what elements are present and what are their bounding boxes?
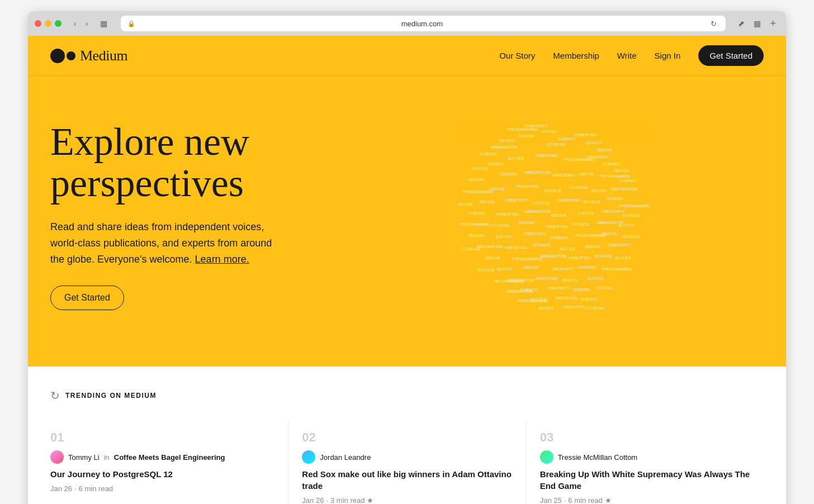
svg-text:SCIENCE: SCIENCE: [580, 297, 598, 301]
forward-button[interactable]: ›: [82, 17, 92, 30]
share-button[interactable]: ⬈: [735, 16, 748, 32]
nav-sign-in[interactable]: Sign In: [655, 51, 681, 60]
maximize-button[interactable]: [55, 20, 61, 27]
website-content: Medium Our Story Membership Write Sign I…: [28, 36, 786, 504]
nav-write[interactable]: Write: [617, 51, 637, 60]
svg-text:PARENTING: PARENTING: [552, 173, 575, 177]
trending-item: 03 Tressie McMillan Cottom Breaking Up W…: [526, 420, 764, 504]
svg-text:DESIGN: DESIGN: [485, 256, 500, 260]
trending-meta: Jan 26 · 6 min read: [50, 484, 275, 493]
svg-text:SCIENCE: SCIENCE: [533, 243, 550, 247]
tabs-button[interactable]: ▦: [750, 16, 764, 32]
back-button[interactable]: ‹: [70, 17, 80, 30]
svg-text:SCIENCE: SCIENCE: [480, 152, 497, 156]
trending-read-time: 6 min read: [568, 496, 602, 504]
svg-text:DESIGN: DESIGN: [562, 278, 578, 282]
svg-text:PARENTING: PARENTING: [575, 133, 597, 137]
trending-author: Jordan Leandre: [302, 450, 512, 464]
svg-text:PROGRAMMING: PROGRAMMING: [463, 190, 493, 194]
svg-text:JUSTICE: JUSTICE: [559, 247, 576, 251]
svg-text:SCIENCE: SCIENCE: [572, 222, 589, 226]
svg-text:COOKING: COOKING: [578, 265, 596, 269]
svg-text:CREATIVITY: CREATIVITY: [547, 286, 570, 290]
author-name: Tressie McMillan Cottom: [558, 453, 638, 462]
svg-text:QUALITY: QUALITY: [586, 141, 603, 145]
trending-meta: Jan 25 · 6 min read ★: [540, 496, 750, 504]
svg-text:PROGRAMMING: PROGRAMMING: [600, 174, 630, 178]
trending-title[interactable]: Our Journey to PostgreSQL 12: [50, 468, 275, 480]
svg-text:COOKING: COOKING: [569, 186, 588, 189]
refresh-button[interactable]: ↻: [708, 18, 719, 29]
browser-actions: ⬈ ▦ +: [735, 16, 779, 32]
trending-date: Jan 26: [302, 496, 324, 504]
svg-text:DESIGN: DESIGN: [519, 134, 534, 138]
trending-item: 01 Tommy Li in Coffee Meets Bagel Engine…: [50, 420, 288, 504]
svg-text:JUSTICE: JUSTICE: [615, 256, 632, 260]
svg-text:PROGRAMMING: PROGRAMMING: [508, 127, 538, 131]
svg-text:PROGRAMMING: PROGRAMMING: [602, 267, 632, 271]
minimize-button[interactable]: [45, 20, 51, 27]
svg-text:JUSTICE: JUSTICE: [471, 167, 488, 170]
trending-number: 01: [50, 431, 275, 444]
svg-text:COOKING: COOKING: [491, 224, 509, 227]
svg-text:PROGRAMMING: PROGRAMMING: [512, 257, 542, 261]
svg-text:SCIENCE: SCIENCE: [544, 189, 561, 193]
svg-text:COOKING: COOKING: [586, 306, 604, 310]
url-text: medium.com: [139, 20, 705, 28]
svg-text:DESIGN: DESIGN: [591, 189, 607, 193]
author-name: Tommy Li: [68, 453, 100, 462]
navigation-buttons: ‹ ›: [70, 17, 91, 30]
svg-text:SCIENCE: SCIENCE: [558, 137, 575, 141]
nav-membership[interactable]: Membership: [553, 51, 599, 60]
svg-text:IMMIGRATION: IMMIGRATION: [491, 145, 517, 149]
svg-text:SCIENCE: SCIENCE: [603, 162, 620, 166]
browser-window: ‹ › ▩ 🔒 medium.com ↻ ⬈ ▦ + Medium: [28, 11, 786, 504]
trending-meta: Jan 26 · 3 min read ★: [302, 496, 512, 504]
trending-title[interactable]: Red Sox make out like big winners in Ada…: [302, 468, 512, 492]
nav-links: Our Story Membership Write Sign In Get S…: [499, 45, 764, 66]
svg-text:PROGRAMMING: PROGRAMMING: [619, 204, 650, 208]
trending-read-time: 3 min read: [330, 496, 365, 504]
word-cloud-svg: DESIGN JUSTICE PROGRAMMING SCIENCE DESIG…: [285, 110, 764, 322]
close-button[interactable]: [35, 20, 41, 27]
svg-text:DESIGN: DESIGN: [519, 221, 534, 225]
svg-text:PARENTING: PARENTING: [568, 256, 590, 260]
svg-text:PARENTING: PARENTING: [558, 198, 580, 202]
svg-text:DESIGN: DESIGN: [551, 213, 566, 217]
hero-subtitle: Read and share ideas from independent vo…: [50, 219, 285, 267]
svg-text:PARENTING: PARENTING: [536, 154, 558, 158]
logo[interactable]: Medium: [50, 47, 127, 64]
trending-header: ↻ TRENDING ON MEDIUM: [50, 389, 764, 402]
svg-text:DESIGN: DESIGN: [585, 245, 600, 249]
svg-text:DESIGN: DESIGN: [468, 178, 484, 182]
hero-section: Explore new perspectives Read and share …: [28, 76, 786, 367]
svg-text:IMMIGRATION: IMMIGRATION: [524, 210, 551, 213]
nav-our-story[interactable]: Our Story: [499, 51, 535, 60]
svg-text:CREATIVITY: CREATIVITY: [586, 155, 609, 159]
svg-text:IMMIGRATION: IMMIGRATION: [524, 170, 551, 174]
svg-text:PARENTING: PARENTING: [516, 184, 538, 188]
svg-text:DESIGN: DESIGN: [488, 162, 503, 166]
svg-text:JUSTICE: JUSTICE: [578, 211, 594, 215]
svg-text:CREATIVITY: CREATIVITY: [608, 243, 631, 247]
svg-text:IMMIGRATION: IMMIGRATION: [611, 187, 637, 191]
trending-label: TRENDING ON MEDIUM: [65, 392, 157, 400]
address-bar[interactable]: 🔒 medium.com ↻: [121, 16, 726, 31]
svg-text:DESIGN: DESIGN: [468, 234, 484, 237]
svg-text:CREATIVITY: CREATIVITY: [562, 305, 585, 309]
svg-text:SCIENCE: SCIENCE: [583, 200, 600, 204]
svg-text:SCIENCE: SCIENCE: [622, 213, 640, 217]
trending-number: 03: [540, 431, 750, 444]
hero-get-started-button[interactable]: Get Started: [50, 286, 124, 310]
add-tab-button[interactable]: +: [766, 16, 779, 32]
svg-text:DESIGN: DESIGN: [480, 200, 495, 204]
sidebar-button[interactable]: ▩: [96, 17, 112, 30]
svg-text:SCIENCE: SCIENCE: [619, 179, 637, 183]
svg-text:DESIGN: DESIGN: [523, 265, 538, 269]
svg-text:COOKING: COOKING: [605, 197, 624, 201]
nav-get-started-button[interactable]: Get Started: [698, 45, 764, 66]
trending-title[interactable]: Breaking Up With White Supremacy Was Alw…: [540, 468, 750, 492]
svg-text:PARENTING: PARENTING: [555, 296, 578, 300]
svg-text:IMMIGRATION: IMMIGRATION: [540, 254, 566, 258]
hero-learn-more-link[interactable]: Learn more.: [195, 254, 249, 265]
